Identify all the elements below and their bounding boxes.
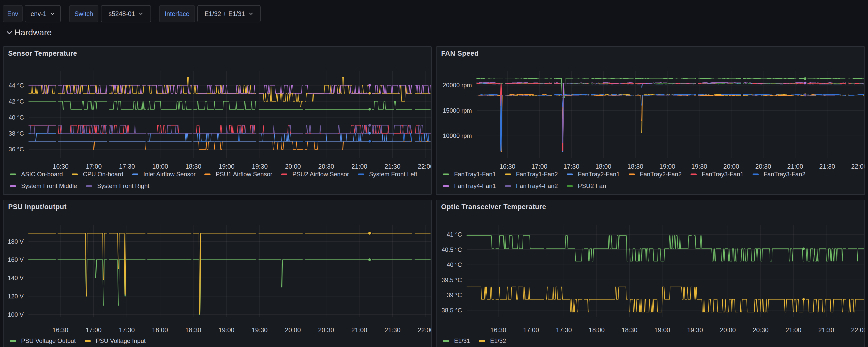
svg-text:38.5 °C: 38.5 °C [442, 307, 462, 314]
svg-text:19:30: 19:30 [687, 326, 703, 334]
svg-text:20:30: 20:30 [318, 326, 334, 334]
svg-text:18:00: 18:00 [152, 326, 168, 334]
svg-text:21:30: 21:30 [819, 163, 835, 170]
svg-text:21:00: 21:00 [785, 326, 801, 334]
svg-text:160 V: 160 V [8, 256, 24, 263]
svg-text:20:30: 20:30 [752, 326, 769, 334]
svg-text:44 °C: 44 °C [9, 82, 24, 89]
svg-text:39 °C: 39 °C [447, 292, 462, 298]
svg-text:17:30: 17:30 [556, 326, 572, 334]
svg-text:120 V: 120 V [8, 293, 24, 300]
svg-text:19:30: 19:30 [252, 326, 268, 334]
svg-text:17:30: 17:30 [119, 326, 135, 334]
svg-text:40 °C: 40 °C [447, 261, 462, 268]
svg-text:15000 rpm: 15000 rpm [443, 107, 472, 114]
svg-text:40 °C: 40 °C [9, 114, 24, 121]
svg-text:21:30: 21:30 [385, 326, 401, 334]
svg-text:42 °C: 42 °C [9, 98, 24, 105]
svg-text:16:30: 16:30 [491, 326, 506, 334]
svg-text:19:00: 19:00 [218, 326, 235, 334]
svg-text:20:00: 20:00 [285, 326, 301, 334]
svg-text:36 °C: 36 °C [9, 146, 24, 153]
svg-text:10000 rpm: 10000 rpm [443, 132, 472, 139]
svg-text:21:00: 21:00 [351, 326, 367, 334]
svg-text:21:30: 21:30 [818, 326, 834, 334]
svg-text:180 V: 180 V [8, 238, 24, 245]
svg-text:100 V: 100 V [8, 311, 24, 318]
svg-text:22:00: 22:00 [418, 163, 432, 170]
svg-text:18:30: 18:30 [185, 326, 202, 334]
svg-text:16:30: 16:30 [52, 326, 68, 334]
svg-text:40.5 °C: 40.5 °C [442, 246, 462, 253]
svg-text:19:00: 19:00 [654, 326, 670, 334]
svg-text:17:00: 17:00 [86, 326, 102, 334]
svg-text:38 °C: 38 °C [9, 130, 24, 137]
svg-text:22:00: 22:00 [851, 326, 865, 334]
svg-text:22:00: 22:00 [851, 163, 865, 170]
svg-text:41 °C: 41 °C [447, 231, 462, 238]
svg-text:17:00: 17:00 [523, 326, 539, 334]
svg-text:140 V: 140 V [8, 274, 24, 281]
svg-text:20000 rpm: 20000 rpm [443, 82, 472, 89]
svg-text:20:00: 20:00 [720, 326, 736, 334]
svg-text:39.5 °C: 39.5 °C [442, 277, 462, 283]
svg-text:18:30: 18:30 [622, 326, 638, 334]
svg-text:18:00: 18:00 [589, 326, 605, 334]
svg-text:22:00: 22:00 [418, 326, 432, 334]
